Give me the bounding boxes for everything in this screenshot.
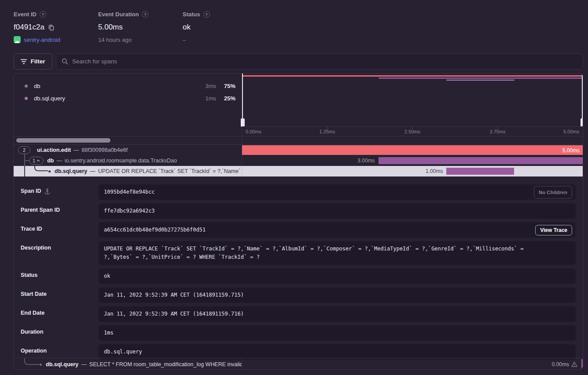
tree-connector-line <box>24 166 25 176</box>
span-row-db-sql-query-selected[interactable]: db.sql.query — UPDATE OR REPLACE `Track`… <box>14 166 583 176</box>
project-link[interactable]: sentry-android <box>24 37 60 43</box>
ops-breakdown-and-minimap: db 3ms 75% db.sql.query 1ms 25% <box>14 74 583 136</box>
legend-item-db[interactable]: db 3ms 75% <box>20 80 235 92</box>
span-desc: io.sentry.android.roomsample.data.Tracks… <box>65 158 177 164</box>
span-bar: 5.00ms <box>242 145 583 155</box>
event-id-block: Event ID ? f0491c2a sentry-android <box>14 10 60 44</box>
span-row-ui-action-edit[interactable]: 2 ui.action.edit — 88f300998a0b4e6f 5.00… <box>14 145 583 155</box>
axis-label: 1.25ms <box>319 129 335 134</box>
detail-row-status: Status ok <box>21 268 576 284</box>
minimap-span-line <box>446 80 514 81</box>
tree-node-dot <box>40 364 42 366</box>
span-desc: UPDATE OR REPLACE `Track` SET `TrackId` … <box>98 168 242 174</box>
span-op: db.sql.query <box>55 168 87 174</box>
axis-label: 3.75ms <box>489 129 505 134</box>
tree-node-dot <box>48 170 51 173</box>
tree-elbow-connector <box>24 358 39 365</box>
detail-row-description: Description UPDATE OR REPLACE `Track` SE… <box>21 241 576 265</box>
copy-icon[interactable] <box>48 24 55 31</box>
help-icon[interactable]: ? <box>142 11 148 18</box>
no-children-chip: No Children <box>534 186 572 199</box>
span-bar <box>379 157 583 164</box>
end-date-value: Jan 11, 2022 9:52:39 AM CET (1641891159.… <box>104 311 244 317</box>
detail-row-span-id: Span ID 1095bd4ef8e94bcc No Children <box>21 184 576 200</box>
detail-row-parent-span-id: Parent Span ID ffe7dbc92a6942c3 <box>21 203 576 219</box>
span-tree: 2 ui.action.edit — 88f300998a0b4e6f 5.00… <box>14 145 583 176</box>
children-count-badge[interactable]: 2 <box>18 146 30 154</box>
op-duration: 3ms <box>205 83 216 89</box>
status-label: Status <box>183 11 200 18</box>
span-bar <box>446 168 514 175</box>
view-trace-button[interactable]: View Trace <box>535 225 572 235</box>
span-duration: 3.00ms <box>357 155 375 166</box>
span-id-value: 1095bd4ef8e94bcc <box>104 189 155 195</box>
legend-item-db-sql-query[interactable]: db.sql.query 1ms 25% <box>20 92 235 104</box>
minimap-span-line <box>242 75 583 77</box>
warning-icon <box>571 361 577 367</box>
tree-elbow-connector <box>34 166 48 171</box>
search-box <box>56 53 583 70</box>
description-value: UPDATE OR REPLACE `Track` SET `TrackId` … <box>104 246 524 260</box>
event-id-label: Event ID <box>14 11 37 18</box>
op-color-dot <box>25 97 28 100</box>
zero-duration-span-bar <box>581 359 583 369</box>
detail-row-operation: Operation db.sql.query <box>21 344 576 360</box>
span-op: ui.action.edit <box>37 147 71 153</box>
horizontal-scrollbar[interactable] <box>16 138 110 143</box>
span-op: db.sql.query <box>46 361 78 368</box>
op-name: db.sql.query <box>34 95 65 102</box>
event-duration-block: Event Duration ? 5.00ms 14 hours ago <box>98 10 148 44</box>
minimap-right-handle[interactable] <box>582 74 583 126</box>
event-duration-value: 5.00ms <box>98 23 123 32</box>
axis-label: 5.00ms <box>563 129 579 134</box>
span-details: Span ID 1095bd4ef8e94bcc No Children Par… <box>14 176 583 358</box>
detail-row-end-date: End Date Jan 11, 2022 9:52:39 AM CET (16… <box>21 306 576 322</box>
operations-breakdown: db 3ms 75% db.sql.query 1ms 25% <box>14 74 242 136</box>
chevron-up-icon <box>37 159 40 162</box>
start-date-value: Jan 11, 2022 9:52:39 AM CET (1641891159.… <box>104 292 244 298</box>
collapse-badge[interactable]: 1 <box>29 157 44 165</box>
span-duration: 5.00ms <box>562 145 580 156</box>
minimap-left-handle[interactable] <box>242 74 243 126</box>
search-input[interactable] <box>72 58 577 65</box>
span-desc: SELECT * FROM room_table_modification_lo… <box>89 361 242 368</box>
event-id-value: f0491c2a <box>14 23 44 32</box>
span-duration: 0.00ms <box>552 361 569 368</box>
axis-label: 0.00ms <box>246 129 261 134</box>
op-percent: 25% <box>220 95 235 102</box>
time-axis: 0.00ms 1.25ms 2.50ms 3.75ms 5.00ms <box>242 126 583 136</box>
span-op: db <box>47 158 54 164</box>
trace-minimap[interactable]: 0.00ms 1.25ms 2.50ms 3.75ms 5.00ms <box>242 74 583 136</box>
help-icon[interactable]: ? <box>203 11 210 18</box>
tree-scroll-strip <box>14 136 583 145</box>
minimap-span-line <box>379 77 583 79</box>
status-block: Status ? ok – <box>183 10 210 44</box>
op-name: db <box>34 83 40 89</box>
detail-row-duration: Duration 1ms <box>21 325 576 341</box>
toolbar: Filter <box>14 53 583 70</box>
span-row-db-sql-query-select[interactable]: db.sql.query — SELECT * FROM room_table_… <box>14 358 583 370</box>
operation-value: db.sql.query <box>104 349 142 355</box>
anchor-icon[interactable] <box>44 188 50 195</box>
detail-row-trace-id: Trace ID a654cc61dc0b48ef9d0b27275b6f0d5… <box>21 222 576 238</box>
duration-value: 1ms <box>104 330 114 336</box>
parent-span-id-value: ffe7dbc92a6942c3 <box>104 208 155 214</box>
op-duration: 1ms <box>205 95 216 102</box>
op-percent: 75% <box>220 83 235 89</box>
span-row-db[interactable]: 1 db — io.sentry.android.roomsample.data… <box>14 155 583 166</box>
status-value: ok <box>183 23 191 32</box>
event-duration-label: Event Duration <box>98 11 139 18</box>
span-desc: 88f300998a0b4e6f <box>82 147 128 153</box>
help-icon[interactable]: ? <box>40 11 46 18</box>
event-timeago: 14 hours ago <box>98 37 132 43</box>
trace-view-panel: db 3ms 75% db.sql.query 1ms 25% <box>13 73 583 370</box>
trace-id-value: a654cc61dc0b48ef9d0b27275b6f0d51 <box>104 227 206 233</box>
detail-row-start-date: Start Date Jan 11, 2022 9:52:39 AM CET (… <box>21 287 576 303</box>
span-duration: 1.00ms <box>426 166 443 176</box>
filter-button[interactable]: Filter <box>14 53 52 70</box>
search-icon <box>62 58 68 65</box>
filter-label: Filter <box>30 58 45 65</box>
status-breakdown: – <box>183 37 186 43</box>
minimap-plot <box>242 74 583 126</box>
op-color-dot <box>25 85 28 88</box>
